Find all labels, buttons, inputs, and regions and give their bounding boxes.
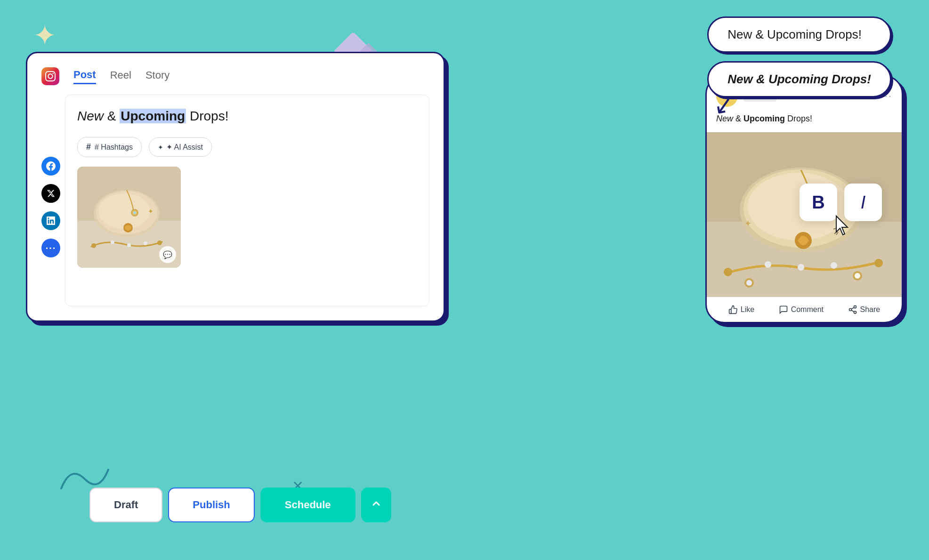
editor-card: Post Reel Story ··· <box>26 52 445 322</box>
svg-point-4 <box>98 193 150 229</box>
share-label: Share <box>860 305 881 314</box>
social-sidebar: ··· <box>41 157 60 257</box>
bubble-container: New & Upcoming Drops! New & Upcoming Dro… <box>707 16 891 97</box>
phone-post-text: New & Upcoming Drops! <box>707 112 902 132</box>
svg-point-39 <box>849 309 851 311</box>
twitter-button[interactable] <box>41 184 60 203</box>
svg-point-27 <box>724 268 732 276</box>
hashtags-label: # Hashtags <box>95 143 133 152</box>
linkedin-button[interactable] <box>41 211 60 230</box>
post-image: ✦ 💬 <box>77 167 181 268</box>
text-ampersand: & <box>107 109 120 123</box>
draft-button[interactable]: Draft <box>89 488 162 522</box>
action-bar: Draft Publish Schedule <box>89 488 391 522</box>
like-label: Like <box>741 305 754 314</box>
star-decoration: ✦ <box>33 19 57 52</box>
svg-point-38 <box>854 306 856 308</box>
svg-point-29 <box>765 261 771 268</box>
svg-point-31 <box>831 262 837 269</box>
svg-line-41 <box>851 310 854 312</box>
bubble2-text: New & Upcoming Drops! <box>727 72 871 86</box>
ai-assist-label: ✦ AI Assist <box>166 143 203 152</box>
text-highlighted: Upcoming <box>120 109 186 123</box>
svg-text:✦: ✦ <box>744 219 751 228</box>
phone-text-end: Drops! <box>787 114 812 123</box>
svg-point-7 <box>133 211 136 214</box>
toolbar-row: # # Hashtags ✦ ✦ AI Assist <box>77 137 417 157</box>
svg-point-30 <box>798 264 804 271</box>
bold-button[interactable]: B <box>800 184 837 221</box>
tabs-row: Post Reel Story <box>41 67 429 85</box>
svg-text:✦: ✦ <box>148 208 153 215</box>
svg-line-17 <box>836 232 838 235</box>
svg-point-40 <box>854 311 856 313</box>
hashtags-button[interactable]: # # Hashtags <box>77 137 142 157</box>
bubble1-text: New & Upcoming Drops! <box>727 27 862 41</box>
like-action[interactable]: Like <box>728 305 754 314</box>
user-sub-placeholder <box>743 98 776 102</box>
instagram-icon[interactable] <box>41 67 59 85</box>
bubble-bold: New & Upcoming Drops! <box>707 61 891 97</box>
phone-text-amp: & <box>735 114 743 123</box>
tab-story[interactable]: Story <box>145 69 170 83</box>
schedule-button[interactable]: Schedule <box>260 488 355 522</box>
phone-actions: Like Comment Share <box>707 297 902 322</box>
ai-assist-button[interactable]: ✦ ✦ AI Assist <box>149 137 212 157</box>
cursor-icon <box>832 214 851 240</box>
tab-post[interactable]: Post <box>73 69 96 84</box>
facebook-button[interactable] <box>41 157 60 176</box>
tab-reel[interactable]: Reel <box>110 69 131 83</box>
svg-line-42 <box>851 307 854 309</box>
svg-point-9 <box>91 243 96 248</box>
share-action[interactable]: Share <box>848 305 881 314</box>
more-platforms-button[interactable]: ··· <box>41 239 60 257</box>
svg-point-33 <box>746 280 752 286</box>
svg-point-11 <box>111 240 114 244</box>
svg-point-13 <box>144 241 147 245</box>
text-italic: New <box>77 109 104 123</box>
post-text: New & Upcoming Drops! <box>77 107 417 125</box>
content-area: New & Upcoming Drops! # # Hashtags ✦ ✦ A… <box>65 95 429 306</box>
sparkle-icon: ✦ <box>158 144 163 151</box>
svg-point-12 <box>127 243 131 247</box>
svg-point-28 <box>874 259 883 267</box>
publish-button[interactable]: Publish <box>168 488 254 522</box>
phone-text-bold: Upcoming <box>743 114 785 123</box>
comment-label: Comment <box>791 305 824 314</box>
image-comment-button[interactable]: 💬 <box>159 246 176 263</box>
comment-action[interactable]: Comment <box>779 305 824 314</box>
svg-point-10 <box>157 240 162 245</box>
jewelry-image-bg: ✦ 💬 <box>77 167 181 268</box>
bubble-normal: New & Upcoming Drops! <box>707 16 891 53</box>
svg-point-35 <box>855 273 860 279</box>
text-end: Drops! <box>190 109 228 123</box>
chevron-up-button[interactable] <box>361 488 391 522</box>
